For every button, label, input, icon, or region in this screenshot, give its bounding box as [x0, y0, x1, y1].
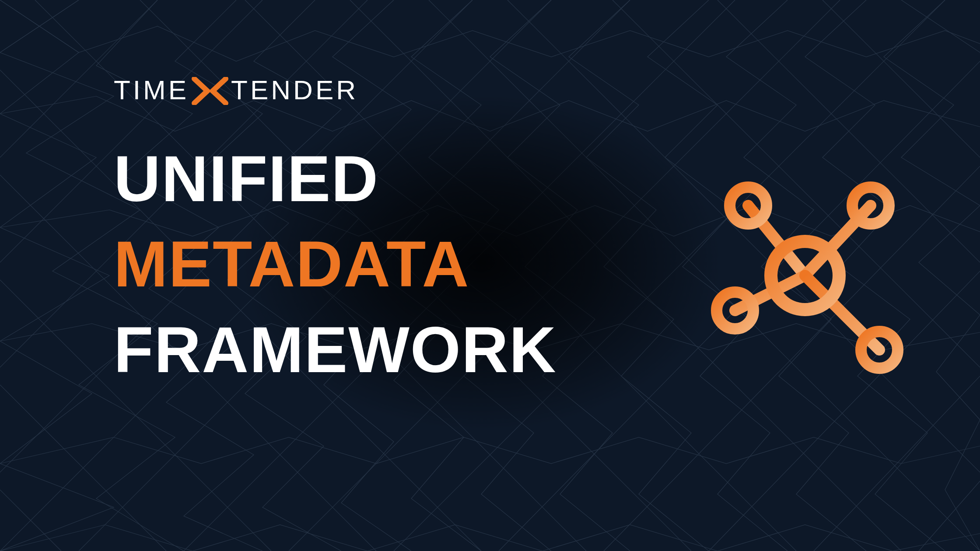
brand-word-left: TIME — [114, 74, 189, 105]
brand-word-right: TENDER — [231, 74, 358, 105]
hero-content: TIME TENDER UNIFIED METADATA FRAMEWORK — [114, 74, 557, 392]
network-graph-icon — [696, 166, 914, 385]
headline-line-2: METADATA — [114, 221, 557, 307]
brand-logo: TIME TENDER — [114, 74, 557, 105]
headline-line-1: UNIFIED — [114, 136, 557, 221]
brand-x-icon — [192, 77, 228, 107]
headline: UNIFIED METADATA FRAMEWORK — [114, 136, 557, 392]
headline-line-3: FRAMEWORK — [114, 307, 557, 392]
